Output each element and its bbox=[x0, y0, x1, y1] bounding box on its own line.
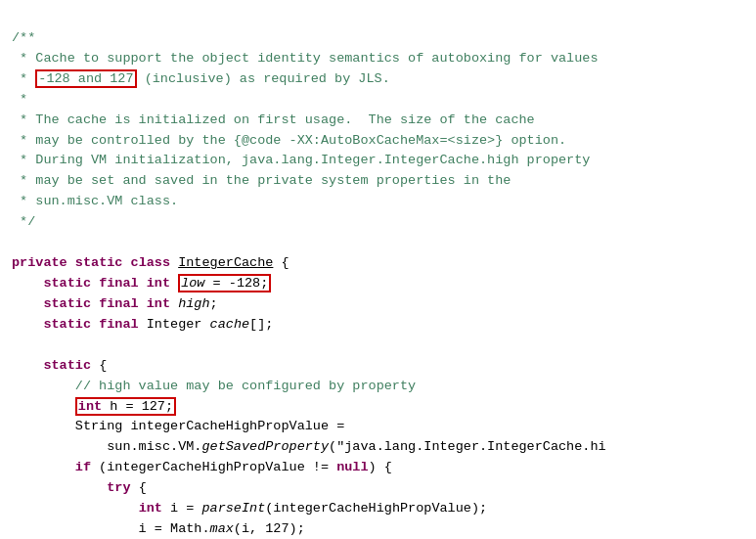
comment-line-9: * sun.misc.VM class. bbox=[12, 194, 178, 208]
comment-line-6: * may be controlled by the {@code -XX:Au… bbox=[12, 133, 566, 148]
brace-open: { bbox=[282, 255, 289, 270]
kw-int1: int bbox=[147, 276, 170, 291]
kw-int3: int bbox=[78, 399, 102, 414]
kw-try: try bbox=[107, 480, 130, 495]
classname-integercache: IntegerCache bbox=[178, 255, 273, 270]
comment-line-7: * During VM initialization, java.lang.In… bbox=[12, 153, 590, 167]
highlight-int-h: int h = 127; bbox=[75, 397, 176, 416]
var-cache: cache bbox=[210, 317, 250, 332]
kw-final2: final bbox=[99, 296, 139, 311]
comment-line-1: /** bbox=[12, 30, 35, 45]
method-max: max bbox=[210, 521, 234, 536]
var-high: high bbox=[178, 296, 209, 311]
comment-line-3: * -128 and 127 (inclusive) as required b… bbox=[12, 69, 390, 88]
kw-static3: static bbox=[43, 296, 91, 311]
comment-line-2: * Cache to support the object identity s… bbox=[12, 51, 599, 66]
kw-final1: final bbox=[99, 276, 139, 291]
comment-line-5: * The cache is initialized on first usag… bbox=[12, 112, 535, 127]
comment-line-8: * may be set and saved in the private sy… bbox=[12, 173, 511, 188]
var-low: low bbox=[181, 276, 204, 291]
code-viewer: /** * Cache to support the object identi… bbox=[12, 8, 744, 539]
comment-line-10: */ bbox=[12, 214, 35, 229]
kw-static4: static bbox=[43, 317, 91, 332]
type-integer: Integer bbox=[147, 317, 202, 332]
string-type: String bbox=[75, 419, 123, 433]
highlight-range: -128 and 127 bbox=[35, 69, 136, 88]
kw-int2: int bbox=[147, 296, 170, 311]
kw-class: class bbox=[131, 255, 171, 270]
method-parseint: parseInt bbox=[201, 501, 265, 516]
kw-final3: final bbox=[99, 317, 139, 332]
comment-line-4: * bbox=[12, 92, 27, 107]
kw-static2: static bbox=[43, 276, 91, 291]
kw-static: static bbox=[75, 255, 123, 270]
kw-null: null bbox=[336, 460, 368, 474]
array-bracket: []; bbox=[249, 317, 273, 332]
method-getsaved: getSavedProperty bbox=[201, 439, 329, 454]
highlight-low-decl: low = -128; bbox=[178, 274, 271, 292]
kw-if: if bbox=[75, 460, 91, 474]
comment-high: // high value may be configured by prope… bbox=[75, 379, 416, 393]
kw-private: private bbox=[12, 255, 67, 270]
semicolon1: ; bbox=[210, 296, 218, 311]
brace-open2: { bbox=[99, 358, 107, 373]
kw-static5: static bbox=[43, 358, 91, 373]
kw-int4: int bbox=[139, 501, 162, 516]
